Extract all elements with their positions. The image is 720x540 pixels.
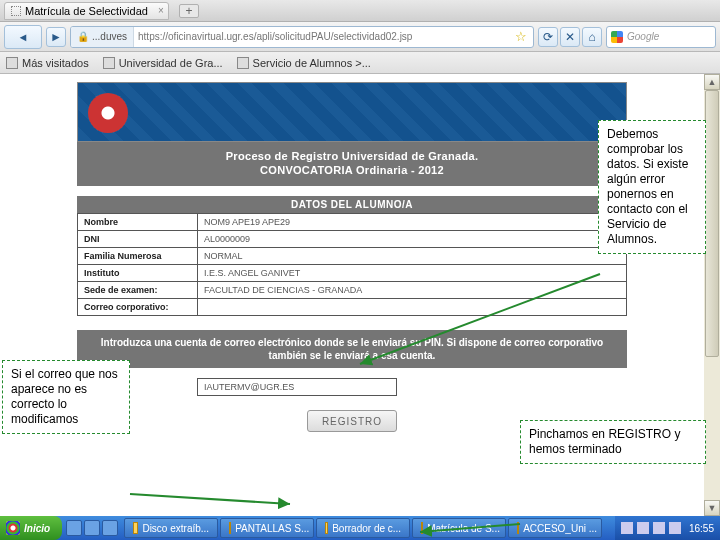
field-label: Familia Numerosa [78, 248, 198, 265]
taskbar-button[interactable]: Matrícula de S... [412, 518, 506, 538]
bookmark-star-icon[interactable]: ☆ [509, 29, 533, 44]
window-titlebar: Matrícula de Selectividad × + [0, 0, 720, 22]
taskbar-button-label: Disco extraíb... [142, 523, 209, 534]
table-row: Sede de examen:FACULTAD DE CIENCIAS - GR… [78, 282, 627, 299]
table-row: Correo corporativo: [78, 299, 627, 316]
bookmark-item[interactable]: Más visitados [6, 57, 89, 69]
page-icon [237, 57, 249, 69]
bookmark-label: Servicio de Alumnos >... [253, 57, 371, 69]
stop-button[interactable]: ✕ [560, 27, 580, 47]
taskbar-clock[interactable]: 16:55 [689, 523, 714, 534]
taskbar-button[interactable]: Disco extraíb... [124, 518, 218, 538]
scroll-up-button[interactable]: ▲ [704, 74, 720, 90]
callout-check-data: Debemos comprobar los datos. Si existe a… [598, 120, 706, 254]
field-label: Sede de examen: [78, 282, 198, 299]
tray-icon[interactable] [621, 522, 633, 534]
bookmarks-bar: Más visitados Universidad de Gra... Serv… [0, 52, 720, 74]
start-label: Inicio [24, 523, 50, 534]
scroll-thumb[interactable] [705, 90, 719, 357]
bookmark-item[interactable]: Universidad de Gra... [103, 57, 223, 69]
back-button[interactable]: ◄ [4, 25, 42, 49]
callout-click-register: Pinchamos en REGISTRO y hemos terminado [520, 420, 706, 464]
process-line1: Proceso de Registro Universidad de Grana… [77, 150, 627, 162]
process-line2: CONVOCATORIA Ordinaria - 2012 [77, 164, 627, 176]
bookmark-label: Más visitados [22, 57, 89, 69]
new-tab-button[interactable]: + [179, 4, 199, 18]
field-value: NOM9 APE19 APE29 [198, 214, 627, 231]
taskbar-button-label: Borrador de c... [332, 523, 401, 534]
home-button[interactable]: ⌂ [582, 27, 602, 47]
windows-logo-icon [6, 521, 20, 535]
taskbar-button-label: PANTALLAS S... [235, 523, 309, 534]
taskbar-button[interactable]: ACCESO_Uni ... [508, 518, 602, 538]
identity-host: ...duves [92, 31, 127, 42]
email-field[interactable]: IAUTERMV@UGR.ES [197, 378, 397, 396]
search-placeholder: Google [627, 31, 659, 42]
field-label: DNI [78, 231, 198, 248]
app-icon [133, 522, 138, 534]
register-button[interactable]: REGISTRO [307, 410, 397, 432]
bookmark-label: Universidad de Gra... [119, 57, 223, 69]
close-icon[interactable]: × [158, 5, 164, 16]
taskbar-button-label: Matrícula de S... [427, 523, 500, 534]
url-text: https://oficinavirtual.ugr.es/apli/solic… [134, 31, 509, 42]
bookmark-item[interactable]: Servicio de Alumnos >... [237, 57, 371, 69]
section-header: DATOS DEL ALUMNO/A [77, 196, 627, 213]
email-row: E mail: IAUTERMV@UGR.ES [77, 378, 627, 396]
quick-launch-item[interactable] [66, 520, 82, 536]
tray-icon[interactable] [669, 522, 681, 534]
taskbar-button[interactable]: Borrador de c... [316, 518, 410, 538]
tray-icon[interactable] [653, 522, 665, 534]
address-bar[interactable]: 🔒 ...duves https://oficinavirtual.ugr.es… [70, 26, 534, 48]
app-icon [517, 522, 519, 534]
field-label: Instituto [78, 265, 198, 282]
reload-button[interactable]: ⟳ [538, 27, 558, 47]
field-label: Correo corporativo: [78, 299, 198, 316]
forward-button[interactable]: ► [46, 27, 66, 47]
google-icon [611, 31, 623, 43]
app-icon [229, 522, 231, 534]
scroll-track[interactable] [704, 90, 720, 500]
quick-launch-item[interactable] [102, 520, 118, 536]
table-row: Familia NumerosaNORMAL [78, 248, 627, 265]
app-icon [421, 522, 423, 534]
taskbar-button-label: ACCESO_Uni ... [523, 523, 597, 534]
vertical-scrollbar[interactable]: ▲ ▼ [704, 74, 720, 516]
table-row: DNIAL0000009 [78, 231, 627, 248]
tab-title: Matrícula de Selectividad [25, 5, 148, 17]
quick-launch [66, 520, 118, 536]
student-data-table: NombreNOM9 APE19 APE29 DNIAL0000009 Fami… [77, 213, 627, 316]
search-box[interactable]: Google [606, 26, 716, 48]
scroll-down-button[interactable]: ▼ [704, 500, 720, 516]
page-content: Proceso de Registro Universidad de Grana… [77, 82, 627, 432]
page-icon [103, 57, 115, 69]
quick-launch-item[interactable] [84, 520, 100, 536]
tab-favicon [11, 6, 21, 16]
field-value: FACULTAD DE CIENCIAS - GRANADA [198, 282, 627, 299]
system-tray[interactable]: 16:55 [615, 516, 720, 540]
table-row: NombreNOM9 APE19 APE29 [78, 214, 627, 231]
start-button[interactable]: Inicio [0, 516, 62, 540]
tray-icon[interactable] [637, 522, 649, 534]
header-banner [77, 82, 627, 142]
field-value: AL0000009 [198, 231, 627, 248]
field-value: NORMAL [198, 248, 627, 265]
folder-icon [6, 57, 18, 69]
taskbar-button[interactable]: PANTALLAS S... [220, 518, 314, 538]
windows-taskbar: Inicio Disco extraíb... PANTALLAS S... B… [0, 516, 720, 540]
field-value: I.E.S. ANGEL GANIVET [198, 265, 627, 282]
callout-modify-email: Si el correo que nos aparece no es corre… [2, 360, 130, 434]
process-title: Proceso de Registro Universidad de Grana… [77, 142, 627, 186]
field-value [198, 299, 627, 316]
app-icon [325, 522, 328, 534]
browser-tab[interactable]: Matrícula de Selectividad × [4, 2, 169, 20]
field-label: Nombre [78, 214, 198, 231]
table-row: InstitutoI.E.S. ANGEL GANIVET [78, 265, 627, 282]
site-identity[interactable]: 🔒 ...duves [71, 27, 134, 47]
lock-icon: 🔒 [77, 31, 89, 42]
instruction-text: Introduzca una cuenta de correo electrón… [77, 330, 627, 368]
browser-toolbar: ◄ ► 🔒 ...duves https://oficinavirtual.ug… [0, 22, 720, 52]
